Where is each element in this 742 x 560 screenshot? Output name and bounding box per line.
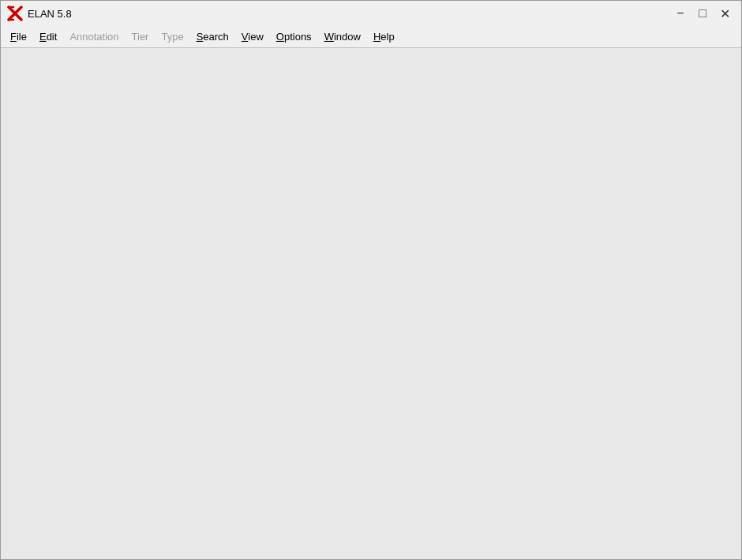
app-title: ELAN 5.8 bbox=[28, 8, 72, 20]
menu-item-view[interactable]: View bbox=[235, 28, 270, 45]
title-bar: ELAN 5.8 − □ ✕ bbox=[1, 1, 741, 26]
menu-item-help[interactable]: Help bbox=[367, 28, 401, 45]
menu-item-window[interactable]: Window bbox=[318, 28, 367, 45]
menu-item-annotation: Annotation bbox=[63, 28, 125, 45]
main-content bbox=[1, 48, 741, 559]
app-logo bbox=[7, 6, 23, 21]
menu-item-file[interactable]: File bbox=[4, 28, 33, 45]
menu-item-search[interactable]: Search bbox=[190, 28, 235, 45]
menu-bar: File Edit Annotation Tier Type Search Vi… bbox=[1, 26, 741, 48]
menu-item-type: Type bbox=[155, 28, 189, 45]
minimize-button[interactable]: − bbox=[670, 3, 691, 24]
menu-item-tier: Tier bbox=[126, 28, 156, 45]
title-bar-left: ELAN 5.8 bbox=[7, 6, 72, 21]
title-bar-controls: − □ ✕ bbox=[670, 3, 735, 24]
menu-item-edit[interactable]: Edit bbox=[33, 28, 63, 45]
close-button[interactable]: ✕ bbox=[714, 3, 735, 24]
menu-item-options[interactable]: Options bbox=[270, 28, 318, 45]
maximize-button[interactable]: □ bbox=[692, 3, 713, 24]
